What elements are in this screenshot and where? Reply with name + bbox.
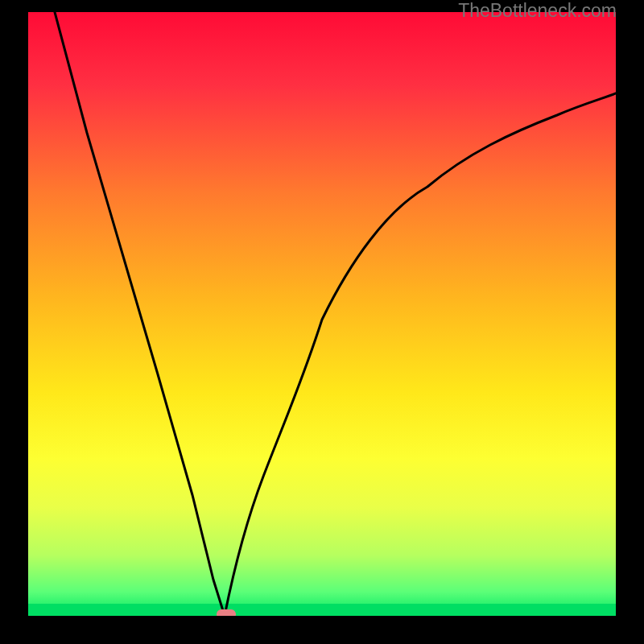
gradient-background (28, 12, 616, 616)
minimum-marker (217, 609, 236, 616)
bottom-green-band (28, 604, 616, 616)
plot-area (28, 12, 616, 616)
chart-svg (28, 12, 616, 616)
watermark-text: TheBottleneck.com (458, 0, 617, 22)
chart-frame: TheBottleneck.com (0, 0, 644, 644)
